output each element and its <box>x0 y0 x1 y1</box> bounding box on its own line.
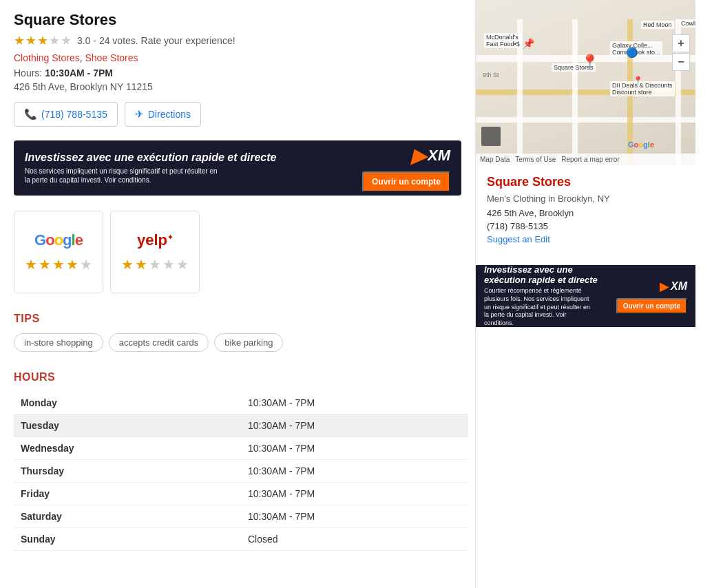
google-logo: Google <box>34 231 83 249</box>
day-hours: 10:30AM - 7PM <box>241 483 468 505</box>
rating-text: 3.0 - 24 votes. Rate your experience! <box>77 35 235 46</box>
right-ad-logo-icon: ▶ <box>660 279 669 294</box>
right-ad-banner: Investissez avec une exécution rapide et… <box>476 265 695 327</box>
map-container: Square Stores View larger map 9th St McD… <box>476 0 695 165</box>
ad-title: Investissez avec une exécution rapide et… <box>25 151 277 164</box>
ad-banner: Investissez avec une exécution rapide et… <box>14 140 461 196</box>
tips-section: TIPS in-store shopping accepts credit ca… <box>14 313 461 352</box>
phone-button[interactable]: 📞 (718) 788-5135 <box>14 102 118 127</box>
directions-button[interactable]: ✈ Directions <box>125 102 201 127</box>
tip-tag-1: accepts credit cards <box>109 333 209 352</box>
map-data-link[interactable]: Map Data <box>480 156 510 163</box>
red-moon-label: Red Moon <box>641 21 674 29</box>
ad-logo: XM <box>428 147 450 165</box>
yelp-logo: yelp✦ <box>137 231 173 249</box>
category-shoes[interactable]: Shoe Stores <box>85 52 138 63</box>
day-hours: 10:30AM - 7PM <box>241 505 468 528</box>
star-2: ★ <box>25 33 36 48</box>
tip-tag-2: bike parking <box>214 333 283 352</box>
y-star-2: ★ <box>135 256 147 273</box>
right-ad-cta-button[interactable]: Ouvrir un compte <box>616 298 687 314</box>
g-star-4: ★ <box>66 256 78 273</box>
terms-link[interactable]: Terms of Use <box>515 156 556 163</box>
ad-text: Investissez avec une exécution rapide et… <box>25 151 277 185</box>
left-panel: Square Stores ★ ★ ★ ★ ★ 3.0 - 24 votes. … <box>0 0 475 588</box>
discount-pin: 📍 <box>633 76 643 85</box>
day-hours: 10:30AM - 7PM <box>241 437 468 460</box>
categories: Clothing Stores, Shoe Stores <box>14 52 461 63</box>
y-star-3: ★ <box>149 256 161 273</box>
phone-label: (718) 788-5135 <box>41 109 107 120</box>
hours-label: Hours: <box>14 67 42 78</box>
yelp-stars: ★ ★ ★ ★ ★ <box>121 256 189 273</box>
tip-tag-0: in-store shopping <box>14 333 103 352</box>
day-hours: 10:30AM - 7PM <box>241 414 468 437</box>
right-phone: (718) 788-5135 <box>487 221 684 231</box>
day-label: Friday <box>14 483 241 505</box>
g-star-1: ★ <box>25 256 37 273</box>
y-star-4: ★ <box>163 256 175 273</box>
right-store-name: Square Stores <box>487 175 684 189</box>
day-label: Sunday <box>14 528 241 551</box>
g-star-2: ★ <box>39 256 51 273</box>
right-ad-subtitle: Courtier récompensé et réglementé plusie… <box>484 287 594 327</box>
day-hours: Closed <box>241 528 468 551</box>
day-label: Saturday <box>14 505 241 528</box>
map-pin: 📍 <box>580 54 599 72</box>
hours-title: HOURS <box>14 371 461 384</box>
tips-title: TIPS <box>14 313 461 325</box>
table-row: Tuesday10:30AM - 7PM <box>14 414 468 437</box>
map-footer: Map Data Terms of Use Report a map error <box>476 154 695 165</box>
day-hours: 10:30AM - 7PM <box>241 392 468 414</box>
rating-row: ★ ★ ★ ★ ★ 3.0 - 24 votes. Rate your expe… <box>14 33 461 48</box>
map-zoom-in[interactable]: + <box>672 34 690 52</box>
ad-logo-icon: ▶ <box>411 145 426 167</box>
table-row: Friday10:30AM - 7PM <box>14 483 468 505</box>
category-clothing[interactable]: Clothing Stores <box>14 52 80 63</box>
mcdonalds-label: McDonald'sFast Food•$ <box>484 33 522 48</box>
suggest-edit-link[interactable]: Suggest an Edit <box>487 234 684 244</box>
directions-icon: ✈ <box>135 108 144 120</box>
ad-subtitle: Nos services impliquent un risque signif… <box>25 167 218 185</box>
tip-tags: in-store shopping accepts credit cards b… <box>14 333 461 352</box>
google-map-logo: Google <box>628 140 654 149</box>
cowlic-label: Cowlic <box>679 19 695 28</box>
ad-cta-button[interactable]: Ouvrir un compte <box>362 171 450 192</box>
star-4: ★ <box>49 33 60 48</box>
day-label: Thursday <box>14 460 241 483</box>
g-star-5: ★ <box>80 256 92 273</box>
yelp-widget: yelp✦ ★ ★ ★ ★ ★ <box>110 211 200 293</box>
right-category: Men's Clothing in Brooklyn, NY <box>487 193 684 204</box>
galaxy-pin: 🔵 <box>626 47 638 58</box>
phone-icon: 📞 <box>24 108 37 120</box>
google-widget: Google ★ ★ ★ ★ ★ <box>14 211 103 293</box>
qr-code <box>481 127 501 146</box>
table-row: Thursday10:30AM - 7PM <box>14 460 468 483</box>
hours-table: Monday10:30AM - 7PMTuesday10:30AM - 7PMW… <box>14 392 468 551</box>
y-star-5: ★ <box>176 256 189 273</box>
right-ad-right: ▶ XM Ouvrir un compte <box>616 279 687 314</box>
table-row: Saturday10:30AM - 7PM <box>14 505 468 528</box>
table-row: Monday10:30AM - 7PM <box>14 392 468 414</box>
review-widgets: Google ★ ★ ★ ★ ★ yelp✦ ★ ★ ★ ★ ★ <box>14 211 461 293</box>
right-panel: Square Stores View larger map 9th St McD… <box>475 0 695 588</box>
day-label: Monday <box>14 392 241 414</box>
address: 426 5th Ave, Brooklyn NY 11215 <box>14 81 461 92</box>
right-ad-title: Investissez avec une exécution rapide et… <box>484 265 616 285</box>
hours-line: Hours: 10:30AM - 7PM <box>14 67 461 78</box>
table-row: SundayClosed <box>14 528 468 551</box>
g-star-3: ★ <box>52 256 65 273</box>
map-visual: 9th St McDonald'sFast Food•$ Square Stor… <box>476 0 695 165</box>
report-link[interactable]: Report a map error <box>561 156 619 163</box>
star-1: ★ <box>14 33 25 48</box>
table-row: Wednesday10:30AM - 7PM <box>14 437 468 460</box>
map-zoom-out[interactable]: − <box>672 53 690 71</box>
store-title: Square Stores <box>14 11 461 29</box>
day-label: Tuesday <box>14 414 241 437</box>
y-star-1: ★ <box>121 256 134 273</box>
hours-value: 10:30AM - 7PM <box>45 67 113 78</box>
mcdonalds-pin: 📌 <box>523 38 534 49</box>
day-hours: 10:30AM - 7PM <box>241 460 468 483</box>
right-address: 426 5th Ave, Brooklyn <box>487 208 684 218</box>
action-buttons: 📞 (718) 788-5135 ✈ Directions <box>14 102 461 127</box>
